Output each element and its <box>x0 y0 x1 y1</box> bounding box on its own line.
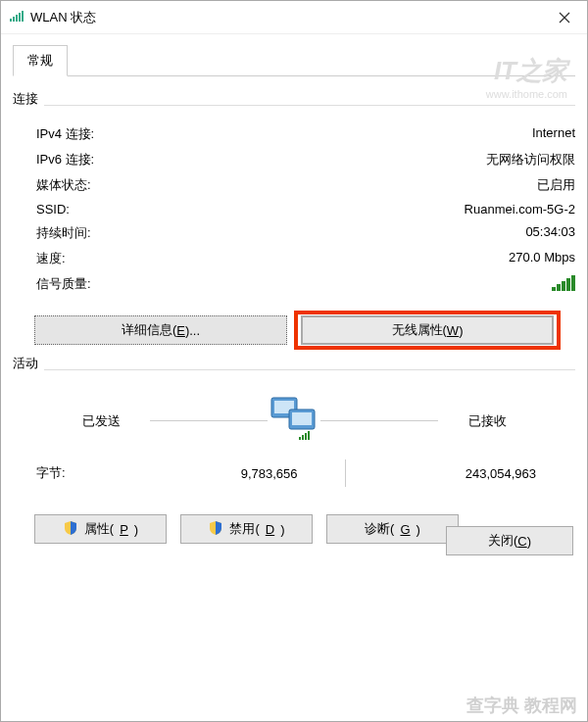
tabs: 常规 <box>13 44 575 76</box>
details-button[interactable]: 详细信息(E)... <box>34 315 287 345</box>
bytes-row: 字节: 9,783,656 243,054,963 <box>13 456 575 491</box>
close-icon <box>559 12 570 24</box>
wlan-status-window: WLAN 状态 IT之家 www.ithome.com 常规 连接 IPv4 连… <box>0 0 588 722</box>
shield-icon <box>208 520 223 539</box>
svg-rect-10 <box>292 412 312 425</box>
wifi-icon <box>9 8 24 26</box>
row-ipv4: IPv4 连接:Internet <box>13 121 575 147</box>
bytes-received-value: 243,054,963 <box>364 466 537 481</box>
svg-rect-0 <box>10 19 12 22</box>
svg-rect-3 <box>19 13 21 22</box>
svg-rect-11 <box>299 437 301 440</box>
shield-icon <box>63 520 78 539</box>
row-ssid: SSID:Ruanmei.com-5G-2 <box>13 198 575 220</box>
svg-rect-2 <box>16 15 18 22</box>
titlebar: WLAN 状态 <box>1 1 587 34</box>
bytes-sent-value: 9,783,656 <box>124 466 327 481</box>
row-duration: 持续时间:05:34:03 <box>13 220 575 246</box>
row-ipv6: IPv6 连接:无网络访问权限 <box>13 147 575 172</box>
row-signal: 信号质量: <box>13 271 575 298</box>
row-media: 媒体状态:已启用 <box>13 172 575 198</box>
activity-group-header: 活动 <box>13 355 575 376</box>
close-dialog-button[interactable]: 关闭(C) <box>446 526 573 555</box>
received-label: 已接收 <box>438 412 536 430</box>
connection-label: 连接 <box>13 90 38 108</box>
window-title: WLAN 状态 <box>30 9 96 26</box>
svg-rect-12 <box>302 435 304 440</box>
close-button[interactable] <box>542 1 587 34</box>
activity-body: 已发送 已接收 <box>13 386 575 456</box>
disable-button[interactable]: 禁用(D) <box>180 514 313 544</box>
signal-strength-icon <box>552 275 575 294</box>
row-speed: 速度:270.0 Mbps <box>13 246 575 271</box>
svg-rect-14 <box>308 431 310 440</box>
svg-rect-1 <box>13 17 15 22</box>
connection-group-header: 连接 <box>13 90 575 112</box>
svg-rect-4 <box>22 11 24 22</box>
bottom-watermark: 查字典 教程网 <box>466 694 577 717</box>
properties-button[interactable]: 属性(P) <box>34 514 167 544</box>
wireless-properties-button[interactable]: 无线属性(W) <box>302 316 553 344</box>
sent-label: 已发送 <box>52 412 150 430</box>
activity-label: 活动 <box>13 355 38 372</box>
tab-general[interactable]: 常规 <box>13 45 68 76</box>
svg-rect-13 <box>305 433 307 440</box>
network-computers-icon <box>268 396 320 446</box>
diagnose-button[interactable]: 诊断(G) <box>326 514 459 544</box>
